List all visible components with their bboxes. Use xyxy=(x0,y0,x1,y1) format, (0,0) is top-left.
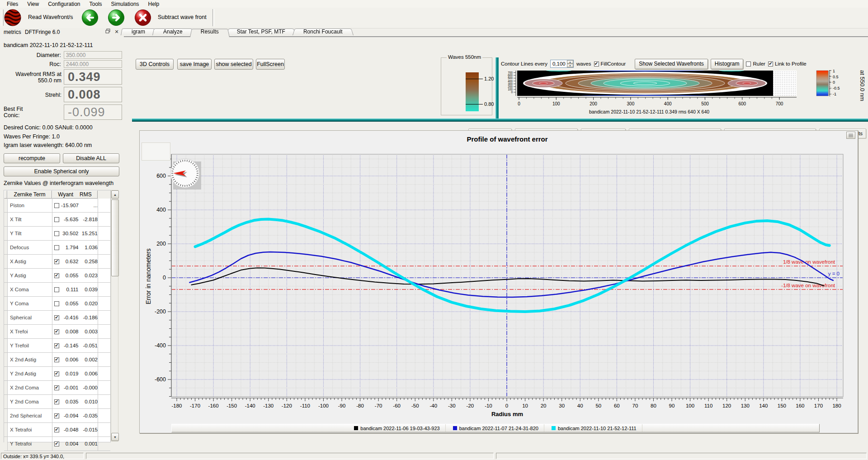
read-wavefront-label[interactable]: Read Wavefront/s xyxy=(28,14,73,20)
svg-text:-80: -80 xyxy=(356,403,364,408)
fullscreen-button[interactable]: FullScreen xyxy=(256,59,285,70)
diameter-field[interactable]: 350.000 xyxy=(64,51,122,59)
zernike-enable-checkbox[interactable] xyxy=(54,217,59,222)
zernike-enable-checkbox[interactable]: ✔ xyxy=(54,385,59,390)
dock-title: metrics xyxy=(4,29,21,35)
show-selected-wavefronts-button[interactable]: Show Selected Wavefronts xyxy=(635,59,708,69)
3d-controls-button[interactable]: 3D Controls xyxy=(136,59,174,70)
zernike-term: Y 2nd Astig xyxy=(8,367,52,380)
zernike-enable-checkbox[interactable]: ✔ xyxy=(54,413,59,418)
zernike-enable-checkbox[interactable]: ✔ xyxy=(54,273,59,278)
splitter-horizontal[interactable] xyxy=(132,119,868,122)
col-wyant-rms[interactable]: WyantRMS xyxy=(52,190,98,199)
zernike-row-y-tilt[interactable]: Y Tilt30.50215.251 xyxy=(4,227,110,241)
zernike-scrollbar[interactable]: ▲ ▼ xyxy=(111,190,118,441)
zernike-enable-checkbox[interactable]: ✔ xyxy=(54,371,59,376)
tab-igram[interactable]: igram xyxy=(124,28,153,35)
zernike-row-x-2nd-astig[interactable]: X 2nd Astig✔0.0060.002 xyxy=(4,353,110,367)
zernike-row-x-coma[interactable]: X Coma0.1110.039 xyxy=(4,283,110,297)
zernike-enable-checkbox[interactable]: ✔ xyxy=(54,399,59,404)
zernike-enable-checkbox[interactable] xyxy=(54,203,59,208)
zernike-enable-checkbox[interactable] xyxy=(54,301,59,306)
menu-configuration[interactable]: Configuration xyxy=(44,0,84,8)
histogram-button[interactable]: Histogram xyxy=(711,59,744,69)
disable-all-button[interactable]: Disable ALL xyxy=(63,153,119,163)
col-zernike-term[interactable]: Zernike Term xyxy=(7,190,52,199)
fillcontour-checkbox[interactable]: ✔FillContour xyxy=(594,61,626,66)
scroll-up-icon[interactable]: ▲ xyxy=(111,190,119,199)
zernike-row-y-coma[interactable]: Y Coma0.0550.020 xyxy=(4,297,110,311)
zernike-enable-checkbox[interactable]: ✔ xyxy=(54,357,59,362)
spin-down-icon: ▼ xyxy=(567,64,573,67)
zernike-row-x-tilt[interactable]: X Tilt-5.635-2.818 xyxy=(4,213,110,227)
menu-tools[interactable]: Tools xyxy=(85,0,106,8)
zernike-enable-checkbox[interactable]: ✔ xyxy=(54,259,59,264)
menu-view[interactable]: View xyxy=(23,0,43,8)
menu-simulations[interactable]: Simulations xyxy=(107,0,143,8)
svg-text:30: 30 xyxy=(559,403,565,408)
ruler-checkbox[interactable]: Ruler xyxy=(746,61,765,66)
zernike-row-x-astig[interactable]: X Astig✔0.6320.258 xyxy=(4,255,110,269)
save-image-button[interactable]: save Image xyxy=(177,59,212,70)
zernike-enable-checkbox[interactable]: ✔ xyxy=(54,343,59,348)
scroll-thumb[interactable] xyxy=(111,199,119,276)
zernike-enable-checkbox[interactable] xyxy=(54,231,59,236)
legend-menu-icon[interactable] xyxy=(846,132,855,139)
tab-results[interactable]: Results xyxy=(193,28,226,37)
zernike-row-y-2nd-astig[interactable]: Y 2nd Astig✔0.0190.006 xyxy=(4,367,110,381)
svg-text:-0.5: -0.5 xyxy=(833,86,840,90)
forward-arrow-icon[interactable] xyxy=(108,9,125,26)
recompute-button[interactable]: recompute xyxy=(4,153,60,163)
svg-text:-20: -20 xyxy=(467,403,474,408)
show-selected-button[interactable]: show selected xyxy=(214,59,253,70)
tab-star-test-psf-mtf[interactable]: Star Test, PSF, MTF xyxy=(229,28,293,35)
waves-units-label: waves xyxy=(576,61,591,66)
legend-bandicam-2022-11-07-21-24-31-820[interactable]: bandicam 2022-11-07 21-24-31-820 xyxy=(448,424,544,432)
zernike-row-x-2nd-coma[interactable]: X 2nd Coma✔-0.001-0.000 xyxy=(4,381,110,395)
zernike-row-spherical[interactable]: Spherical✔-0.416-0.186 xyxy=(4,311,110,325)
row-header xyxy=(4,283,8,296)
strehl-label: Strehl: xyxy=(4,92,61,98)
dock-float-icon[interactable] xyxy=(104,28,111,35)
zernike-enable-checkbox[interactable] xyxy=(54,287,59,292)
toolbar-grip[interactable] xyxy=(1,9,4,26)
menu-files[interactable]: Files xyxy=(3,0,22,8)
legend-bandicam-2022-11-10-21-52-12-111[interactable]: bandicam 2022-11-10 21-52-12-111 xyxy=(546,424,642,432)
zernike-row-piston[interactable]: Piston-15.907... xyxy=(4,199,110,213)
profile-plot: 1/8 wave on wavefront-1/8 wave on wavefr… xyxy=(140,131,858,433)
svg-text:400: 400 xyxy=(664,101,672,106)
zernike-enable-checkbox[interactable]: ✔ xyxy=(54,441,59,446)
enable-spherical-button[interactable]: Enable Spherical only xyxy=(4,166,119,176)
svg-text:0.5: 0.5 xyxy=(833,75,839,79)
zernike-row-y-astig[interactable]: Y Astig✔0.0550.023 xyxy=(4,269,110,283)
roc-field[interactable]: 2440.000 xyxy=(64,60,122,68)
scroll-down-icon[interactable]: ▼ xyxy=(111,433,119,441)
back-arrow-icon[interactable] xyxy=(81,9,99,26)
zernike-row-x-tetrafoi[interactable]: X Tetrafoi✔-0.048-0.015 xyxy=(4,423,110,437)
dock-close-icon[interactable]: ✕ xyxy=(113,28,120,35)
wavefront-icon[interactable] xyxy=(4,9,21,26)
zernike-row-y-2nd-coma[interactable]: Y 2nd Coma✔0.0350.010 xyxy=(4,395,110,409)
tab-ronchi-foucault[interactable]: Ronchi Foucault xyxy=(296,28,350,35)
subtract-wavefront-label[interactable]: Subtract wave front xyxy=(158,14,207,20)
legend-bandicam-2022-11-06-19-03-43-923[interactable]: bandicam 2022-11-06 19-03-43-923 xyxy=(349,424,445,432)
zernike-values: ✔-0.001-0.000 xyxy=(52,381,98,394)
subtract-cancel-icon[interactable] xyxy=(134,9,151,26)
tab-analyze[interactable]: Analyze xyxy=(156,28,190,35)
svg-text:100: 100 xyxy=(686,403,694,408)
link-to-profile-checkbox[interactable]: ✔Link to Profile xyxy=(768,61,807,66)
row-header xyxy=(4,241,8,254)
zernike-enable-checkbox[interactable]: ✔ xyxy=(54,329,59,334)
zernike-row-x-trefoi[interactable]: X Trefoi✔0.0080.003 xyxy=(4,325,110,339)
compass-gauge-icon[interactable] xyxy=(170,158,202,190)
contour-interval-spinner[interactable]: 0,100 ▲▼ xyxy=(550,60,574,68)
zernike-enable-checkbox[interactable]: ✔ xyxy=(54,427,59,432)
zernike-row-y-trefoil[interactable]: Y Trefoil✔-0.145-0.051 xyxy=(4,339,110,353)
menu-help[interactable]: Help xyxy=(144,0,164,8)
splitter-vertical[interactable] xyxy=(495,57,499,122)
zernike-row-2nd-spherical[interactable]: 2nd Spherical✔-0.094-0.035 xyxy=(4,409,110,423)
zernike-row-y-tetrafoi[interactable]: Y Tetrafoi✔0.0040.001 xyxy=(4,437,110,451)
zernike-row-defocus[interactable]: Defocus1.7941.036 xyxy=(4,241,110,255)
zernike-enable-checkbox[interactable] xyxy=(54,245,59,250)
zernike-enable-checkbox[interactable]: ✔ xyxy=(54,315,59,320)
